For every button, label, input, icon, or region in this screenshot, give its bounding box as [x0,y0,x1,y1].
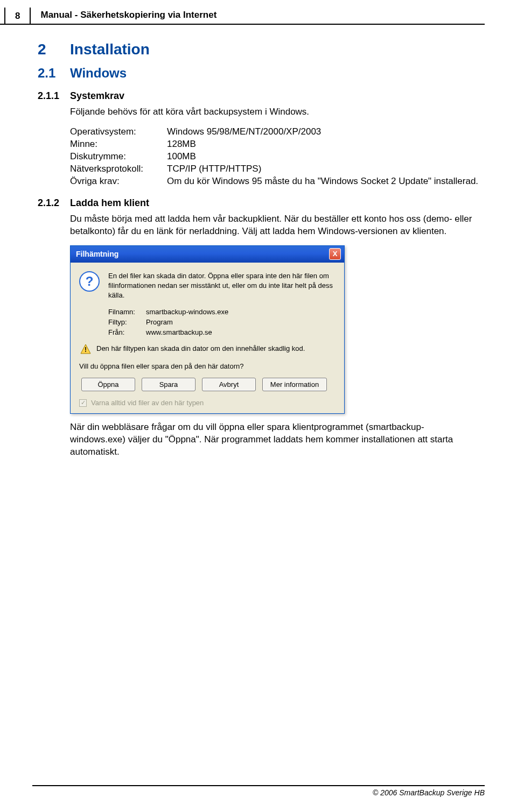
heading-text: Systemkrav [70,90,124,102]
req-value: Om du kör Windows 95 måste du ha "Window… [167,175,479,188]
dialog-warning-text: Den här filtypen kan skada din dator om … [96,344,305,354]
req-value: 100MB [167,151,479,163]
dialog-prompt: Vill du öppna filen eller spara den på d… [79,362,336,370]
req-value: 128MB [167,138,479,151]
heading-number: 2.1.1 [38,90,70,102]
ladda-hem-p2: När din webbläsare frågar om du vill öpp… [70,421,479,458]
meta-label: Filnamn: [108,308,146,316]
dialog-button-row: Öppna Spara Avbryt Mer information [81,378,336,391]
dialog-checkbox-row: ✓ Varna alltid vid filer av den här type… [79,399,336,407]
meta-value: www.smartbackup.se [146,328,212,336]
heading-2: 2 Installation [38,41,479,58]
meta-value: smartbackup-windows.exe [146,308,228,316]
footer-copyright: © 2006 SmartBackup Sverige HB [32,785,485,797]
document-page: 8 Manual - Säkerhetskopiering via Intern… [0,0,517,812]
page-footer: © 2006 SmartBackup Sverige HB [32,785,485,797]
dialog-titlebar: Filhämtning X [71,246,344,263]
meta-label: Från: [108,328,146,336]
requirement-row: Minne: 128MB [70,138,479,151]
dialog-meta: Filnamn: smartbackup-windows.exe Filtyp:… [108,308,336,336]
heading-2-1-2: 2.1.2 Ladda hem klient [38,197,479,209]
req-value: TCP/IP (HTTP/HTTPS) [167,163,479,175]
heading-text: Windows [70,66,127,81]
heading-number: 2.1.2 [38,197,70,209]
warning-icon: ! [80,344,91,355]
page-number: 8 [4,8,31,24]
req-value: Windows 95/98/ME/NT/2000/XP/2003 [167,126,479,138]
checkbox-label: Varna alltid vid filer av den här typen [91,399,204,407]
ladda-hem-p1: Du måste börja med att ladda hem vår bac… [70,213,479,238]
screenshot-dialog-wrap: Filhämtning X ? En del filer kan skada d… [70,245,479,414]
close-button[interactable]: X [329,248,341,260]
file-download-dialog: Filhämtning X ? En del filer kan skada d… [70,245,345,414]
warn-always-checkbox[interactable]: ✓ [79,399,87,407]
open-button[interactable]: Öppna [81,378,135,391]
meta-value: Program [146,318,173,326]
req-label: Minne: [70,138,167,151]
requirement-row: Operativsystem: Windows 95/98/ME/NT/2000… [70,126,479,138]
dialog-warning-row: ! Den här filtypen kan skada din dator o… [79,344,336,355]
cancel-button[interactable]: Avbryt [202,378,256,391]
dialog-body: ? En del filer kan skada din dator. Öppn… [71,263,344,414]
requirement-row: Nätverksprotokoll: TCP/IP (HTTP/HTTPS) [70,163,479,175]
manual-title: Manual - Säkerhetskopiering via Internet [40,10,216,22]
requirement-row: Övriga krav: Om du kör Windows 95 måste … [70,175,479,188]
meta-row-from: Från: www.smartbackup.se [108,328,336,336]
more-info-button[interactable]: Mer information [262,378,327,391]
heading-number: 2 [38,41,70,58]
meta-label: Filtyp: [108,318,146,326]
svg-text:!: ! [85,346,87,354]
heading-number: 2.1 [38,66,70,81]
req-label: Övriga krav: [70,175,167,188]
req-label: Diskutrymme: [70,151,167,163]
req-label: Operativsystem: [70,126,167,138]
requirements-table: Operativsystem: Windows 95/98/ME/NT/2000… [70,126,479,188]
req-label: Nätverksprotokoll: [70,163,167,175]
dialog-title: Filhämtning [76,250,118,258]
close-icon: X [333,250,338,258]
heading-text: Installation [70,41,150,58]
page-header: 8 Manual - Säkerhetskopiering via Intern… [0,0,485,25]
dialog-intro-row: ? En del filer kan skada din dator. Öppn… [79,271,336,301]
meta-row-filename: Filnamn: smartbackup-windows.exe [108,308,336,316]
heading-2-1-1: 2.1.1 Systemkrav [38,90,479,102]
question-icon: ? [79,271,100,292]
meta-row-filetype: Filtyp: Program [108,318,336,326]
page-content: 2 Installation 2.1 Windows 2.1.1 Systemk… [0,25,517,458]
systemkrav-intro: Följande behövs för att köra vårt backup… [70,106,479,118]
save-button[interactable]: Spara [142,378,195,391]
dialog-intro-text: En del filer kan skada din dator. Öppna … [108,271,336,301]
heading-2-1: 2.1 Windows [38,66,479,81]
heading-text: Ladda hem klient [70,197,149,209]
requirement-row: Diskutrymme: 100MB [70,151,479,163]
